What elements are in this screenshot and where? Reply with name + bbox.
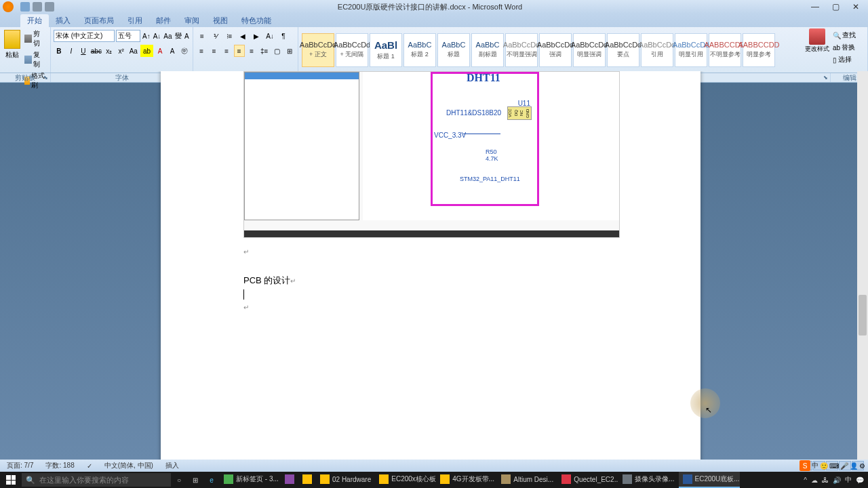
- grow-font-button[interactable]: A↑: [142, 30, 151, 42]
- tray-notifications-icon[interactable]: 💬: [856, 476, 864, 484]
- style-item-12[interactable]: AABBCCDD不明显参考: [709, 33, 741, 67]
- strikethrough-button[interactable]: abc: [90, 45, 102, 57]
- sogou-icon[interactable]: S: [800, 460, 810, 471]
- bullets-button[interactable]: ≡: [196, 30, 208, 42]
- start-button[interactable]: [0, 472, 22, 488]
- close-button[interactable]: ✕: [846, 1, 865, 12]
- tab-view[interactable]: 视图: [206, 14, 235, 27]
- maximize-button[interactable]: ▢: [826, 1, 845, 12]
- taskbar-item-5[interactable]: 4G开发板带...: [436, 472, 497, 488]
- ime-punct[interactable]: 🙂: [820, 462, 828, 470]
- align-center-button[interactable]: ≡: [209, 45, 220, 57]
- status-words[interactable]: 字数: 188: [43, 461, 77, 470]
- numbering-button[interactable]: ⅟: [210, 30, 222, 42]
- body-text-1[interactable]: PCB 的设计↵: [243, 274, 296, 287]
- tray-network-icon[interactable]: 🖧: [822, 476, 829, 484]
- align-left-button[interactable]: ≡: [196, 45, 208, 57]
- highlight-button[interactable]: ab: [140, 45, 153, 57]
- status-page[interactable]: 页面: 7/7: [4, 461, 36, 470]
- taskbar-search[interactable]: 🔍 在这里输入你要搜索的内容: [22, 473, 171, 487]
- tab-review[interactable]: 审阅: [178, 14, 206, 27]
- char-border-button[interactable]: A: [184, 30, 190, 42]
- replace-button[interactable]: ab替换: [832, 42, 866, 53]
- align-right-button[interactable]: ≡: [221, 45, 233, 57]
- ime-skin-icon[interactable]: 👤: [850, 462, 858, 470]
- bold-button[interactable]: B: [54, 45, 64, 57]
- taskbar-item-3[interactable]: 02 Hardware: [316, 472, 375, 488]
- show-marks-button[interactable]: ¶: [277, 30, 290, 42]
- style-item-6[interactable]: AaBbCcDd不明显强调: [505, 33, 538, 67]
- change-case-button[interactable]: Aa: [128, 45, 139, 57]
- status-spellcheck-icon[interactable]: ✓: [84, 462, 95, 470]
- taskbar-item-6[interactable]: Altium Desi...: [497, 472, 557, 488]
- save-icon[interactable]: [20, 2, 30, 12]
- minimize-button[interactable]: —: [806, 1, 825, 12]
- font-color-button[interactable]: A: [155, 45, 165, 57]
- edge-icon[interactable]: e: [203, 472, 220, 488]
- office-icon[interactable]: [3, 1, 14, 12]
- status-mode[interactable]: 插入: [163, 461, 182, 470]
- clear-format-button[interactable]: Aa: [163, 30, 172, 42]
- style-item-0[interactable]: AaBbCcDd+ 正文: [302, 33, 334, 67]
- taskbar-item-4[interactable]: EC200x核心板: [375, 472, 436, 488]
- style-item-5[interactable]: AaBbC副标题: [471, 33, 504, 67]
- tab-mailings[interactable]: 邮件: [149, 14, 178, 27]
- sort-button[interactable]: A↓: [264, 30, 276, 42]
- tab-special[interactable]: 特色功能: [235, 14, 278, 27]
- ime-lang[interactable]: 中: [812, 461, 818, 470]
- italic-button[interactable]: I: [66, 45, 77, 57]
- ime-settings-icon[interactable]: ⚙: [859, 462, 865, 470]
- tray-ime-icon[interactable]: 中: [845, 475, 852, 485]
- change-styles-button[interactable]: 更改样式: [804, 27, 831, 73]
- taskbar-item-0[interactable]: 新标签页 - 3...: [220, 472, 281, 488]
- tray-onedrive-icon[interactable]: ☁: [811, 476, 818, 484]
- document-page[interactable]: DHT11 U11 DHT11&DS18B20 VCC DQ NC GND VC…: [161, 71, 701, 460]
- taskbar-item-8[interactable]: 摄像头录像...: [618, 472, 678, 488]
- style-item-3[interactable]: AaBbC标题 2: [403, 33, 436, 67]
- distribute-button[interactable]: ≡: [246, 45, 258, 57]
- decrease-indent-button[interactable]: ◀: [237, 30, 249, 42]
- tab-home[interactable]: 开始: [20, 14, 49, 27]
- tab-page-layout[interactable]: 页面布局: [77, 14, 121, 27]
- taskbar-item-2[interactable]: [298, 472, 316, 488]
- increase-indent-button[interactable]: ▶: [250, 30, 262, 42]
- vertical-scrollbar[interactable]: [857, 71, 868, 460]
- find-button[interactable]: 🔍查找: [832, 30, 866, 41]
- justify-button[interactable]: ≡: [234, 45, 245, 57]
- char-shading-button[interactable]: A: [167, 45, 178, 57]
- ime-keyboard-icon[interactable]: ⌨: [829, 462, 839, 470]
- redo-icon[interactable]: [45, 2, 54, 12]
- taskbar-item-7[interactable]: Quectel_EC2...: [557, 472, 618, 488]
- style-item-1[interactable]: AaBbCcDd+ 无间隔: [336, 33, 368, 67]
- cortana-icon[interactable]: ○: [171, 472, 187, 488]
- multilevel-button[interactable]: ⁝≡: [223, 30, 235, 42]
- style-item-2[interactable]: AaBl标题 1: [370, 33, 402, 67]
- embedded-image[interactable]: DHT11 U11 DHT11&DS18B20 VCC DQ NC GND VC…: [243, 71, 620, 238]
- subscript-button[interactable]: x₂: [104, 45, 115, 57]
- tab-references[interactable]: 引用: [121, 14, 149, 27]
- ime-mic-icon[interactable]: 🎤: [840, 462, 848, 470]
- shrink-font-button[interactable]: A↓: [153, 30, 162, 42]
- style-item-10[interactable]: AaBbCcDd引用: [641, 33, 673, 67]
- style-item-7[interactable]: AaBbCcDd强调: [539, 33, 572, 67]
- text-cursor[interactable]: [243, 288, 244, 300]
- borders-button[interactable]: ⊞: [284, 45, 296, 57]
- style-item-11[interactable]: AaBbCcDd明显引用: [675, 33, 707, 67]
- task-view-icon[interactable]: ⊞: [187, 472, 203, 488]
- tray-volume-icon[interactable]: 🔊: [833, 476, 841, 484]
- tab-insert[interactable]: 插入: [49, 14, 77, 27]
- style-item-13[interactable]: AABBCCDD明显参考: [743, 33, 775, 67]
- style-item-8[interactable]: AaBbCcDd明显强调: [573, 33, 606, 67]
- tray-chevron-icon[interactable]: ^: [804, 476, 807, 484]
- line-spacing-button[interactable]: ‡≡: [259, 45, 271, 57]
- copy-button[interactable]: 复制: [22, 49, 47, 70]
- superscript-button[interactable]: x²: [116, 45, 127, 57]
- underline-button[interactable]: U: [78, 45, 89, 57]
- shading-button[interactable]: ▢: [271, 45, 283, 57]
- font-size-select[interactable]: [116, 30, 140, 42]
- phonetic-button[interactable]: 變: [174, 30, 182, 42]
- taskbar-item-9[interactable]: EC200U底板...: [679, 472, 740, 488]
- font-name-select[interactable]: [54, 30, 115, 42]
- scroll-thumb[interactable]: [859, 295, 867, 336]
- style-item-4[interactable]: AaBbC标题: [437, 33, 470, 67]
